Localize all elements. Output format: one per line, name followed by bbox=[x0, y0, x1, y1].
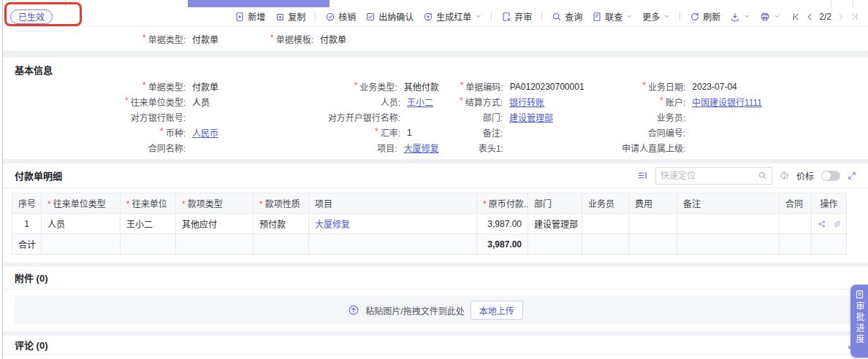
price-tag-toggle[interactable] bbox=[821, 171, 840, 181]
department-link[interactable]: 建设管理部 bbox=[509, 113, 553, 123]
field-label: 业务员: bbox=[657, 111, 685, 123]
checkbox-check-icon bbox=[365, 12, 376, 22]
attachment-icon[interactable] bbox=[832, 219, 840, 229]
cell-project: 大厦修复 bbox=[309, 214, 477, 234]
cell-remark[interactable] bbox=[677, 214, 780, 234]
table-header-row: 序号 *往来单位类型 *往来单位 *款项类型 *款项性质 项目 *原币付款...… bbox=[12, 193, 847, 214]
settlement-method-link[interactable]: 银行转账 bbox=[509, 98, 544, 108]
basic-info-row: 对方银行账号: 对方开户银行名称: 部门:建设管理部 业务员: bbox=[9, 109, 868, 125]
field-label: 部门: bbox=[483, 111, 503, 123]
refresh-icon bbox=[690, 12, 700, 22]
toolbar-separator bbox=[679, 12, 680, 21]
basic-info-title: 基本信息 bbox=[9, 63, 868, 79]
table-row: 1 人员 王小二 其他应付 预付款 大厦修复 3,987.00 建设管理部 bbox=[12, 214, 847, 234]
column-settings-icon[interactable] bbox=[637, 170, 648, 181]
account-link[interactable]: 中国建设银行1111 bbox=[692, 98, 762, 108]
status-badge: 已生效 bbox=[10, 9, 53, 24]
basic-info-section: 基本信息 *单据类型:付款单 *业务类型:其他付款 *单据编码:PA012023… bbox=[3, 58, 868, 159]
chevron-down-icon bbox=[626, 13, 633, 20]
cell-payment-nature[interactable]: 预付款 bbox=[254, 214, 309, 234]
cell-expense[interactable] bbox=[629, 214, 677, 234]
field-label: 项目: bbox=[377, 142, 397, 154]
abandon-approval-button[interactable]: 弃审 bbox=[501, 10, 532, 23]
tab-separator bbox=[831, 0, 831, 7]
last-page-icon[interactable] bbox=[850, 12, 859, 21]
toolbar: 新增 复制 核销 出纳确认 生成红单 bbox=[235, 10, 859, 23]
cell-department[interactable]: 建设管理部 bbox=[528, 214, 582, 234]
cell-counterparty[interactable]: 王小二 bbox=[121, 214, 176, 234]
page-indicator: 2/2 bbox=[819, 12, 831, 22]
toolbar-separator bbox=[491, 12, 492, 21]
comments-title: 评论 (0) bbox=[15, 338, 48, 352]
payment-detail-section: 付款单明细 价标 序号 *往来单位类型 *往来单位 *款项 bbox=[3, 163, 868, 262]
cell-counterparty-type[interactable]: 人员 bbox=[42, 214, 121, 234]
field-value: 付款单 bbox=[320, 33, 346, 45]
col-seq: 序号 bbox=[12, 193, 42, 214]
project-cell-link[interactable]: 大厦修复 bbox=[315, 220, 350, 230]
linked-query-button[interactable]: 联查 bbox=[592, 10, 633, 23]
field-label: 单据模板: bbox=[276, 33, 313, 45]
col-payment-nature: *款项性质 bbox=[254, 193, 309, 214]
toolbar-separator bbox=[315, 12, 316, 21]
export-button[interactable] bbox=[730, 12, 750, 22]
currency-link[interactable]: 人民币 bbox=[192, 128, 218, 139]
chevron-down-icon bbox=[774, 13, 780, 20]
field-label: 表头1: bbox=[479, 142, 503, 154]
field-value: 人员 bbox=[192, 96, 210, 108]
tab-separator bbox=[853, 0, 853, 7]
refresh-button[interactable]: 刷新 bbox=[690, 10, 720, 23]
query-button[interactable]: 查询 bbox=[552, 10, 582, 23]
file-dropzone[interactable]: 粘贴图片/拖拽文件到此处 本地上传 bbox=[15, 296, 856, 324]
cell-payment-type[interactable]: 其他应付 bbox=[176, 214, 254, 234]
col-salesman: 业务员 bbox=[582, 193, 629, 214]
first-page-icon[interactable] bbox=[791, 12, 800, 21]
generate-red-order-button[interactable]: 生成红单 bbox=[423, 10, 481, 23]
relation-icon[interactable] bbox=[818, 219, 826, 229]
red-order-icon bbox=[423, 12, 433, 22]
attachments-section: 附件 (0) 粘贴图片/拖拽文件到此处 本地上传 bbox=[3, 266, 868, 331]
toolbar-row: 已生效 新增 复制 核销 出纳确认 生成红单 bbox=[3, 7, 868, 26]
field-value: 付款单 bbox=[192, 33, 218, 45]
project-link[interactable]: 大厦修复 bbox=[404, 144, 439, 154]
download-icon bbox=[730, 12, 740, 22]
copy-icon bbox=[275, 12, 285, 22]
expand-icon[interactable] bbox=[848, 171, 856, 180]
col-amount: *原币付款... bbox=[477, 193, 528, 214]
active-document-tab[interactable] bbox=[188, 0, 330, 7]
write-off-button[interactable]: 核销 bbox=[325, 10, 356, 23]
field-label: 业务日期: bbox=[648, 80, 685, 93]
total-label: 合计 bbox=[12, 234, 42, 255]
field-value: 2023-07-04 bbox=[692, 82, 736, 92]
approval-progress-label: 审批进度 bbox=[850, 301, 868, 345]
field-label: 对方银行账号: bbox=[131, 111, 186, 123]
field-label: 结算方式: bbox=[465, 96, 503, 108]
price-tag-toggle-label: 价标 bbox=[796, 169, 814, 182]
linked-query-icon bbox=[592, 12, 602, 22]
cell-salesman[interactable] bbox=[582, 214, 629, 234]
print-button[interactable] bbox=[760, 12, 780, 22]
col-counterparty-type: *往来单位类型 bbox=[42, 193, 121, 214]
field-label: 往来单位类型: bbox=[131, 96, 186, 108]
col-contract: 合同 bbox=[780, 193, 812, 214]
approval-progress-tab[interactable]: 审批进度 bbox=[850, 285, 868, 358]
cell-contract[interactable] bbox=[780, 214, 812, 234]
field-label: 单据类型: bbox=[148, 33, 186, 45]
add-button[interactable]: 新增 bbox=[235, 10, 265, 23]
top-tab-strip bbox=[3, 0, 868, 7]
person-link[interactable]: 王小二 bbox=[407, 98, 433, 108]
search-icon[interactable] bbox=[758, 171, 767, 180]
quick-locate-input[interactable] bbox=[656, 171, 758, 181]
main-content: 已生效 新增 复制 核销 出纳确认 生成红单 bbox=[3, 7, 868, 359]
local-upload-button[interactable]: 本地上传 bbox=[471, 301, 523, 320]
prev-page-icon[interactable] bbox=[805, 12, 814, 21]
cell-seq: 1 bbox=[12, 214, 42, 234]
field-label: 申请人直属上级: bbox=[622, 142, 685, 154]
next-page-icon[interactable] bbox=[837, 12, 845, 21]
payment-detail-table: 序号 *往来单位类型 *往来单位 *款项类型 *款项性质 项目 *原币付款...… bbox=[12, 193, 847, 255]
cashier-confirm-button[interactable]: 出纳确认 bbox=[365, 10, 414, 23]
copy-button[interactable]: 复制 bbox=[275, 10, 305, 23]
field-label: 人员: bbox=[381, 96, 400, 108]
more-button[interactable]: 更多 bbox=[642, 10, 670, 23]
help-icon[interactable] bbox=[780, 171, 789, 180]
cell-amount[interactable]: 3,987.00 bbox=[477, 214, 528, 234]
